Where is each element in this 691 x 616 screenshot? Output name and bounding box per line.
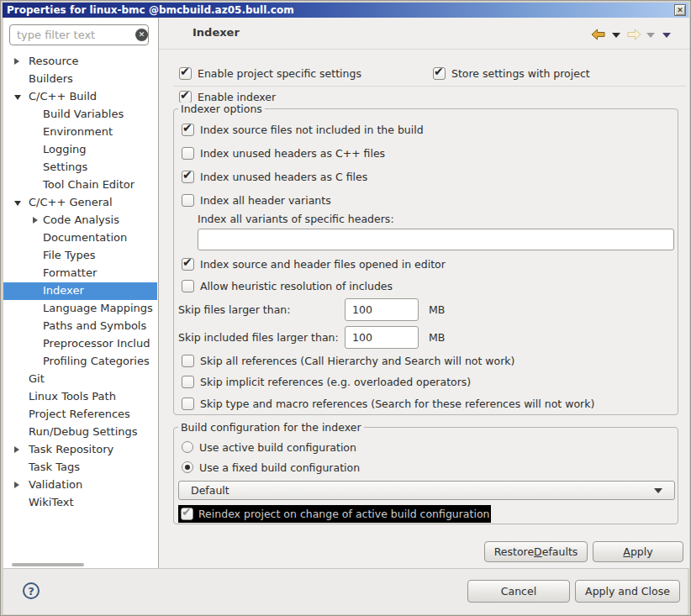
checkbox[interactable] xyxy=(182,258,194,271)
sidebar-item-paths-and-symbols[interactable]: Paths and Symbols xyxy=(3,318,157,335)
checkbox-label: Skip implicit references (e.g. overloade… xyxy=(200,376,471,388)
skip-files-input[interactable] xyxy=(345,298,419,321)
checkbox[interactable] xyxy=(182,280,194,292)
checkbox[interactable] xyxy=(182,171,194,183)
checkbox-label: Index unused headers as C files xyxy=(200,171,367,183)
expand-arrow-icon[interactable] xyxy=(14,95,21,100)
sidebar-item-project-references[interactable]: Project References xyxy=(3,406,157,424)
title-bar[interactable]: Properties for linux-bmc @bmcbuild.az05.… xyxy=(3,3,688,18)
sidebar-item-linux-tools-path[interactable]: Linux Tools Path xyxy=(3,388,157,406)
indexer-options-group: Indexer options Index source files not i… xyxy=(173,108,678,415)
sidebar-item-indexer[interactable]: Indexer xyxy=(3,282,157,300)
checkbox[interactable] xyxy=(433,67,446,80)
sidebar-item-cpp-build[interactable]: C/C++ Build xyxy=(3,88,157,106)
selected-option: Default xyxy=(191,484,229,497)
checkbox[interactable] xyxy=(182,124,194,136)
preferences-tree-panel: Resource Builders C/C++ Build Build Vari… xyxy=(3,18,159,568)
help-icon[interactable]: ? xyxy=(23,582,40,599)
group-label: Build configuration for the indexer xyxy=(178,421,364,434)
radio-label: Use a fixed build configuration xyxy=(199,461,360,474)
use-fixed-config-row[interactable]: Use a fixed build configuration xyxy=(182,460,360,475)
all-header-variants-row[interactable]: Index all header variants xyxy=(182,192,331,208)
skip-implicit-references-row[interactable]: Skip implicit references (e.g. overloade… xyxy=(182,374,471,389)
sidebar-item-git[interactable]: Git xyxy=(3,371,157,388)
sidebar-item-builders[interactable]: Builders xyxy=(3,71,157,88)
sidebar-item-cpp-general[interactable]: C/C++ General xyxy=(3,194,157,212)
sidebar-item-documentation[interactable]: Documentation xyxy=(3,229,157,247)
collapse-arrow-icon[interactable] xyxy=(14,446,19,453)
build-config-select[interactable]: Default xyxy=(178,481,675,500)
checkbox[interactable] xyxy=(182,398,194,410)
view-menu-icon[interactable] xyxy=(662,33,671,38)
apply-and-close-button[interactable]: Apply and Close xyxy=(575,580,680,603)
checkbox[interactable] xyxy=(179,91,192,103)
sidebar-item-build-variables[interactable]: Build Variables xyxy=(3,106,157,124)
store-settings-row[interactable]: Store settings with project xyxy=(433,66,590,81)
section-separator xyxy=(173,86,686,87)
back-arrow-icon[interactable] xyxy=(591,29,605,43)
reindex-on-change-row[interactable]: Reindex project on change of active buil… xyxy=(178,505,491,523)
sidebar-item-tool-chain-editor[interactable]: Tool Chain Editor xyxy=(3,176,157,194)
use-active-config-row[interactable]: Use active build configuration xyxy=(182,440,356,455)
sidebar-item-wikitext[interactable]: WikiText xyxy=(3,494,157,512)
sidebar-item-language-mappings[interactable]: Language Mappings xyxy=(3,300,157,318)
filter-input[interactable] xyxy=(9,24,149,45)
sidebar-item-settings[interactable]: Settings xyxy=(3,159,157,176)
build-config-group: Build configuration for the indexer Use … xyxy=(173,427,678,524)
sidebar-item-logging[interactable]: Logging xyxy=(3,141,157,159)
cancel-button[interactable]: Cancel xyxy=(467,580,570,603)
specific-headers-input[interactable] xyxy=(198,229,674,250)
skip-included-input[interactable] xyxy=(345,326,419,349)
heuristic-resolution-row[interactable]: Allow heuristic resolution of includes xyxy=(182,278,393,293)
checkbox[interactable] xyxy=(182,194,194,207)
forward-arrow-icon[interactable] xyxy=(627,29,641,43)
radio-button[interactable] xyxy=(182,461,193,473)
restore-defaults-button[interactable]: Restore Defaults xyxy=(484,541,588,562)
checkbox-label: Enable project specific settings xyxy=(198,67,361,80)
checkbox[interactable] xyxy=(181,508,193,520)
skip-type-macro-references-row[interactable]: Skip type and macro references (Search f… xyxy=(182,396,594,411)
horizontal-scrollbar-thumb[interactable] xyxy=(12,563,84,566)
sidebar-item-task-tags[interactable]: Task Tags xyxy=(3,459,157,476)
radio-button[interactable] xyxy=(182,441,193,453)
back-history-dropdown-icon[interactable] xyxy=(612,33,620,38)
collapse-arrow-icon[interactable] xyxy=(14,58,19,65)
sidebar-item-environment[interactable]: Environment xyxy=(3,124,157,141)
close-icon[interactable]: ✕ xyxy=(674,4,686,16)
checkbox[interactable] xyxy=(182,147,194,160)
sidebar-item-task-repository[interactable]: Task Repository xyxy=(3,441,157,459)
checkbox-label: Store settings with project xyxy=(451,67,590,80)
radio-label: Use active build configuration xyxy=(199,441,356,454)
unit-label: MB xyxy=(429,298,445,321)
sidebar-item-resource[interactable]: Resource xyxy=(3,53,157,71)
checkbox-label: Index unused headers as C++ files xyxy=(200,147,385,160)
checkbox-label: Allow heuristic resolution of includes xyxy=(200,280,393,292)
collapse-arrow-icon[interactable] xyxy=(14,482,19,488)
skip-all-references-row[interactable]: Skip all references (Call Hierarchy and … xyxy=(182,353,514,368)
sidebar-item-run-debug-settings[interactable]: Run/Debug Settings xyxy=(3,424,157,441)
enable-project-specific-row[interactable]: Enable project specific settings xyxy=(179,66,361,81)
forward-history-dropdown-icon[interactable] xyxy=(646,33,655,38)
sidebar-item-code-analysis[interactable]: Code Analysis xyxy=(3,212,157,229)
unused-headers-c-row[interactable]: Index unused headers as C files xyxy=(182,169,367,184)
sidebar-item-preprocessor-include[interactable]: Preprocessor Includ xyxy=(3,335,157,353)
apply-button[interactable]: Apply xyxy=(593,541,683,562)
checkbox[interactable] xyxy=(182,355,194,367)
window-title: Properties for linux-bmc @bmcbuild.az05.… xyxy=(7,4,294,16)
group-label: Indexer options xyxy=(178,103,265,115)
sidebar-item-validation[interactable]: Validation xyxy=(3,476,157,494)
skip-included-row: Skip included files larger than: MB xyxy=(178,326,514,349)
opened-in-editor-row[interactable]: Index source and header files opened in … xyxy=(182,256,446,271)
sidebar-item-profiling-categories[interactable]: Profiling Categories xyxy=(3,353,157,371)
sidebar-item-formatter[interactable]: Formatter xyxy=(3,265,157,282)
index-source-not-in-build-row[interactable]: Index source files not included in the b… xyxy=(182,122,424,137)
checkbox[interactable] xyxy=(182,376,194,388)
clear-filter-icon[interactable] xyxy=(135,29,148,41)
collapse-arrow-icon[interactable] xyxy=(33,217,38,224)
sidebar-item-file-types[interactable]: File Types xyxy=(3,247,157,265)
unused-headers-cpp-row[interactable]: Index unused headers as C++ files xyxy=(182,145,385,161)
expand-arrow-icon[interactable] xyxy=(14,201,21,206)
checkbox[interactable] xyxy=(179,67,192,80)
checkbox-label: Skip all references (Call Hierarchy and … xyxy=(200,355,514,367)
checkbox-label: Index source and header files opened in … xyxy=(200,258,446,271)
